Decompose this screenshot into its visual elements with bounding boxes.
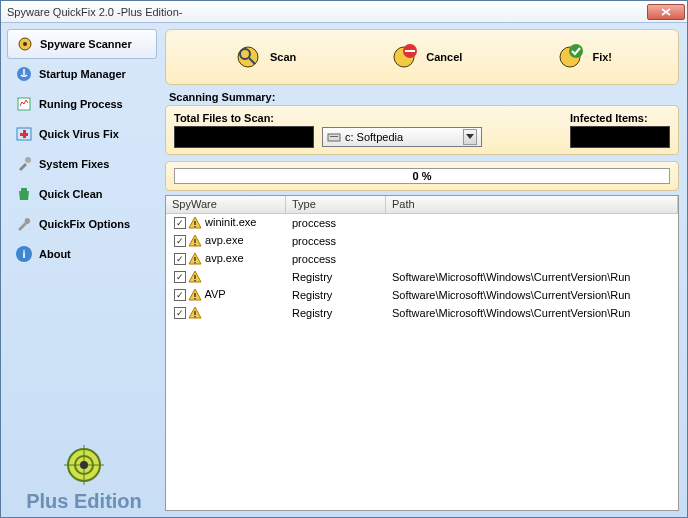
grid-header: SpyWare Type Path: [166, 196, 678, 214]
row-name: avp.exe: [205, 234, 244, 246]
col-spyware[interactable]: SpyWare: [166, 196, 286, 213]
wrench-icon: [15, 215, 33, 233]
progress-text: 0 %: [413, 170, 432, 182]
sidebar-item-system-fixes[interactable]: System Fixes: [7, 149, 157, 179]
drive-label: c: Softpedia: [345, 131, 463, 143]
scan-icon: [232, 41, 264, 73]
scan-button[interactable]: Scan: [232, 41, 296, 73]
warning-icon: [188, 234, 202, 248]
row-checkbox[interactable]: [174, 307, 186, 319]
sidebar-label: Quick Virus Fix: [39, 128, 119, 140]
col-type[interactable]: Type: [286, 196, 386, 213]
total-files-label: Total Files to Scan:: [174, 112, 314, 124]
process-icon: [15, 95, 33, 113]
row-type: Registry: [286, 289, 386, 301]
sidebar-item-startup-manager[interactable]: Startup Manager: [7, 59, 157, 89]
table-row[interactable]: AVPRegistrySoftware\Microsoft\Windows\Cu…: [166, 286, 678, 304]
sidebar-item-spyware-scanner[interactable]: Spyware Scanner: [7, 29, 157, 59]
fix-icon: [554, 41, 586, 73]
sidebar-label: System Fixes: [39, 158, 109, 170]
table-row[interactable]: RegistrySoftware\Microsoft\Windows\Curre…: [166, 268, 678, 286]
sidebar-item-running-process[interactable]: Runing Process: [7, 89, 157, 119]
infected-lcd: [570, 126, 670, 148]
sidebar-item-quick-virus-fix[interactable]: Quick Virus Fix: [7, 119, 157, 149]
svg-rect-37: [194, 316, 195, 317]
row-checkbox[interactable]: [174, 289, 186, 301]
cancel-button[interactable]: Cancel: [388, 41, 462, 73]
svg-rect-25: [330, 136, 338, 137]
sidebar-label: Spyware Scanner: [40, 38, 132, 50]
sidebar-item-quickfix-options[interactable]: QuickFix Options: [7, 209, 157, 239]
svg-point-7: [25, 157, 31, 163]
warning-icon: [188, 216, 202, 230]
svg-rect-30: [194, 257, 195, 261]
row-type: proccess: [286, 235, 386, 247]
content-panel: Scan Cancel Fix! Scanning Summary: Total…: [161, 23, 687, 517]
svg-point-15: [80, 461, 88, 469]
table-row[interactable]: avp.exeproccess: [166, 232, 678, 250]
row-path: Software\Microsoft\Windows\CurrentVersio…: [386, 289, 678, 301]
bug-scan-icon: [16, 35, 34, 53]
row-type: Registry: [286, 307, 386, 319]
sidebar-label: Runing Process: [39, 98, 123, 110]
scan-label: Scan: [270, 51, 296, 63]
svg-rect-34: [194, 293, 195, 297]
svg-rect-28: [194, 239, 195, 243]
svg-rect-31: [194, 262, 195, 263]
info-icon: i: [15, 245, 33, 263]
scanning-summary-heading: Scanning Summary:: [169, 91, 679, 103]
sidebar-item-about[interactable]: i About: [7, 239, 157, 269]
row-path: Software\Microsoft\Windows\CurrentVersio…: [386, 307, 678, 319]
warning-icon: [188, 252, 202, 266]
window-title: Spyware QuickFix 2.0 -Plus Edition-: [3, 6, 647, 18]
row-checkbox[interactable]: [174, 217, 186, 229]
main-area: Spyware Scanner Startup Manager Runing P…: [1, 23, 687, 517]
sidebar-label: Startup Manager: [39, 68, 126, 80]
total-files-lcd: [174, 126, 314, 148]
brand-icon: [61, 442, 107, 488]
sidebar: Spyware Scanner Startup Manager Runing P…: [1, 23, 161, 517]
svg-rect-36: [194, 311, 195, 315]
sidebar-label: About: [39, 248, 71, 260]
svg-rect-32: [194, 275, 195, 279]
svg-rect-8: [21, 188, 27, 191]
total-files-group: Total Files to Scan:: [174, 112, 314, 148]
table-row[interactable]: avp.exeproccess: [166, 250, 678, 268]
row-type: proccess: [286, 253, 386, 265]
svg-rect-29: [194, 244, 195, 245]
row-name: avp.exe: [205, 252, 244, 264]
tools-icon: [15, 155, 33, 173]
warning-icon: [188, 306, 202, 320]
table-row[interactable]: RegistrySoftware\Microsoft\Windows\Curre…: [166, 304, 678, 322]
clean-icon: [15, 185, 33, 203]
cancel-label: Cancel: [426, 51, 462, 63]
chevron-down-icon: [463, 129, 477, 145]
toolbar: Scan Cancel Fix!: [165, 29, 679, 85]
drive-icon: [327, 130, 341, 144]
grid-body[interactable]: wininit.exeproccess avp.exeproccess avp.…: [166, 214, 678, 510]
table-row[interactable]: wininit.exeproccess: [166, 214, 678, 232]
cancel-icon: [388, 41, 420, 73]
row-checkbox[interactable]: [174, 253, 186, 265]
sidebar-label: QuickFix Options: [39, 218, 130, 230]
row-name: AVP: [204, 288, 225, 300]
svg-rect-5: [23, 130, 26, 138]
fix-label: Fix!: [592, 51, 612, 63]
brand-badge: Plus Edition: [7, 437, 161, 517]
warning-icon: [188, 270, 202, 284]
progress-panel: 0 %: [165, 161, 679, 191]
svg-rect-33: [194, 280, 195, 281]
row-checkbox[interactable]: [174, 235, 186, 247]
svg-rect-27: [194, 226, 195, 227]
title-bar: Spyware QuickFix 2.0 -Plus Edition-: [1, 1, 687, 23]
fix-button[interactable]: Fix!: [554, 41, 612, 73]
col-path[interactable]: Path: [386, 196, 678, 213]
svg-rect-24: [328, 134, 340, 141]
svg-rect-35: [194, 298, 195, 299]
brand-text: Plus Edition: [26, 490, 142, 513]
close-button[interactable]: [647, 4, 685, 20]
drive-select[interactable]: c: Softpedia: [322, 127, 482, 147]
row-checkbox[interactable]: [174, 271, 186, 283]
svg-point-1: [23, 42, 27, 46]
sidebar-item-quick-clean[interactable]: Quick Clean: [7, 179, 157, 209]
